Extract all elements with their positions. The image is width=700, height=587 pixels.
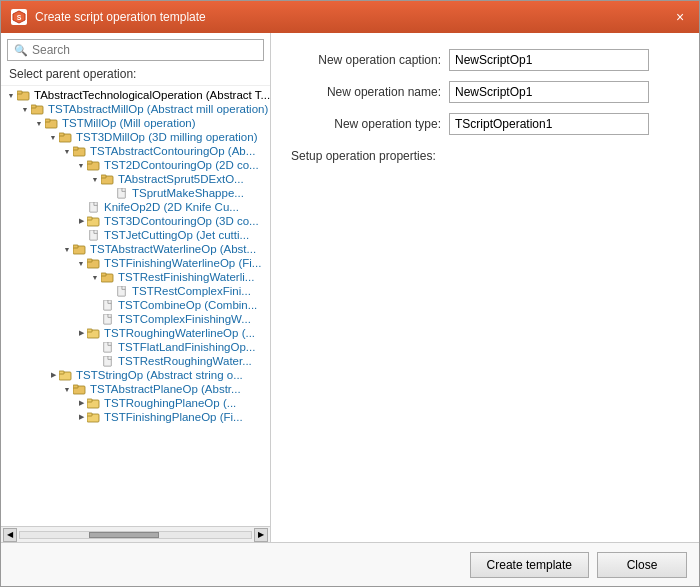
tree-expander-icon[interactable] — [75, 411, 87, 423]
tree-item-label: TSTAbstractWaterlineOp (Abst... — [90, 243, 256, 255]
tree-item[interactable]: TST2DContouringOp (2D co... — [1, 158, 270, 172]
tree-item-label: TSTFinishingWaterlineOp (Fi... — [104, 257, 261, 269]
folder-icon — [59, 131, 73, 143]
app-icon: S — [11, 9, 27, 25]
setup-label: Setup operation properties: — [291, 149, 679, 163]
svg-text:S: S — [17, 14, 22, 21]
tree-item[interactable]: TSTAbstractMillOp (Abstract mill operati… — [1, 102, 270, 116]
tree-item[interactable]: TST3DMillOp (3D milling operation) — [1, 130, 270, 144]
folder-icon — [101, 341, 115, 353]
horizontal-scrollbar[interactable]: ◀ ▶ — [1, 526, 270, 542]
tree-expander-icon[interactable] — [61, 243, 73, 255]
tree-expander-icon[interactable] — [89, 173, 101, 185]
tree-item-label: TSTRestComplexFini... — [132, 285, 251, 297]
left-panel: 🔍 Select parent operation: TAbstractTech… — [1, 33, 271, 542]
folder-icon — [87, 215, 101, 227]
svg-rect-5 — [31, 105, 36, 108]
folder-icon — [87, 411, 101, 423]
tree-item[interactable]: TSTAbstractPlaneOp (Abstr... — [1, 382, 270, 396]
tree-expander-icon[interactable] — [5, 89, 17, 101]
svg-rect-11 — [73, 147, 78, 150]
svg-rect-16 — [118, 188, 126, 198]
folder-icon — [87, 201, 101, 213]
name-row: New operation name: — [291, 81, 679, 103]
tree-item[interactable]: TSTRoughingWaterlineOp (... — [1, 326, 270, 340]
tree-expander-icon[interactable] — [61, 383, 73, 395]
tree-item[interactable]: TSTRestRoughingWater... — [1, 354, 270, 368]
tree-item[interactable]: TSTAbstractContouringOp (Ab... — [1, 144, 270, 158]
tree-item-label: TST3DContouringOp (3D co... — [104, 215, 259, 227]
folder-icon — [101, 173, 115, 185]
tree-expander-icon[interactable] — [19, 103, 31, 115]
create-template-button[interactable]: Create template — [470, 552, 589, 578]
footer: Create template Close — [1, 542, 699, 586]
tree-item-label: TSTAbstractMillOp (Abstract mill operati… — [48, 103, 268, 115]
select-parent-label: Select parent operation: — [1, 65, 270, 85]
tree-expander-icon[interactable] — [75, 215, 87, 227]
tree-expander-icon[interactable] — [47, 131, 59, 143]
scroll-track[interactable] — [19, 531, 252, 539]
scroll-right-button[interactable]: ▶ — [254, 528, 268, 542]
tree-expander-icon[interactable] — [75, 327, 87, 339]
dialog-content: 🔍 Select parent operation: TAbstractTech… — [1, 33, 699, 542]
tree-expander-icon[interactable] — [75, 159, 87, 171]
tree-item[interactable]: TSTRestComplexFini... — [1, 284, 270, 298]
tree-item[interactable]: TSTCombineOp (Combin... — [1, 298, 270, 312]
tree-item[interactable]: TSTFinishingPlaneOp (Fi... — [1, 410, 270, 424]
name-input[interactable] — [449, 81, 649, 103]
tree-item[interactable]: TST3DContouringOp (3D co... — [1, 214, 270, 228]
scroll-thumb[interactable] — [89, 532, 158, 538]
svg-rect-15 — [101, 175, 106, 178]
tree-item[interactable]: TSTComplexFinishingW... — [1, 312, 270, 326]
dialog-title: Create script operation template — [35, 10, 206, 24]
tree-item[interactable]: TSTRoughingPlaneOp (... — [1, 396, 270, 410]
tree-item-label: TAbstractSprut5DExtO... — [118, 173, 244, 185]
svg-rect-19 — [87, 217, 92, 220]
tree-item[interactable]: TSTFinishingWaterlineOp (Fi... — [1, 256, 270, 270]
folder-icon — [87, 229, 101, 241]
tree-expander-icon[interactable] — [47, 369, 59, 381]
tree-item-label: TSTRoughingPlaneOp (... — [104, 397, 236, 409]
caption-row: New operation caption: — [291, 49, 679, 71]
type-label: New operation type: — [291, 117, 441, 131]
tree-item-label: TSTAbstractPlaneOp (Abstr... — [90, 383, 241, 395]
tree-item-label: TSTStringOp (Abstract string o... — [76, 369, 243, 381]
tree-item-label: TSTAbstractContouringOp (Ab... — [90, 145, 255, 157]
dialog-close-button[interactable]: × — [671, 8, 689, 26]
tree-item-label: TSTRoughingWaterlineOp (... — [104, 327, 255, 339]
tree-item[interactable]: TSTJetCuttingOp (Jet cutti... — [1, 228, 270, 242]
tree-item[interactable]: KnifeOp2D (2D Knife Cu... — [1, 200, 270, 214]
caption-input[interactable] — [449, 49, 649, 71]
folder-icon — [87, 397, 101, 409]
tree-expander-icon[interactable] — [33, 117, 45, 129]
tree-item[interactable]: TSprutMakeShappe... — [1, 186, 270, 200]
svg-rect-35 — [59, 371, 64, 374]
search-input[interactable] — [32, 43, 257, 57]
svg-rect-41 — [87, 413, 92, 416]
tree-item[interactable]: TAbstractSprut5DExtO... — [1, 172, 270, 186]
tree-container[interactable]: TAbstractTechnologicalOperation (Abstrac… — [1, 85, 270, 526]
tree-item-label: TSTMillOp (Mill operation) — [62, 117, 196, 129]
tree-expander-icon[interactable] — [89, 271, 101, 283]
tree-item-label: TSTFlatLandFinishingOp... — [118, 341, 255, 353]
tree-item[interactable]: TSTMillOp (Mill operation) — [1, 116, 270, 130]
tree-expander-icon[interactable] — [61, 145, 73, 157]
tree-item[interactable]: TSTRestFinishingWaterli... — [1, 270, 270, 284]
folder-icon — [17, 89, 31, 101]
scroll-left-button[interactable]: ◀ — [3, 528, 17, 542]
tree-expander-icon[interactable] — [75, 257, 87, 269]
tree-item[interactable]: TSTAbstractWaterlineOp (Abst... — [1, 242, 270, 256]
search-icon: 🔍 — [14, 44, 28, 57]
folder-icon — [101, 313, 115, 325]
tree-item[interactable]: TSTStringOp (Abstract string o... — [1, 368, 270, 382]
tree-item[interactable]: TAbstractTechnologicalOperation (Abstrac… — [1, 88, 270, 102]
type-input[interactable] — [449, 113, 649, 135]
tree-item-label: TSprutMakeShappe... — [132, 187, 244, 199]
tree-item-label: KnifeOp2D (2D Knife Cu... — [104, 201, 239, 213]
folder-icon — [101, 299, 115, 311]
close-button[interactable]: Close — [597, 552, 687, 578]
tree-item[interactable]: TSTFlatLandFinishingOp... — [1, 340, 270, 354]
tree-expander-icon[interactable] — [75, 397, 87, 409]
folder-icon — [87, 159, 101, 171]
tree-item-label: TSTRestRoughingWater... — [118, 355, 252, 367]
